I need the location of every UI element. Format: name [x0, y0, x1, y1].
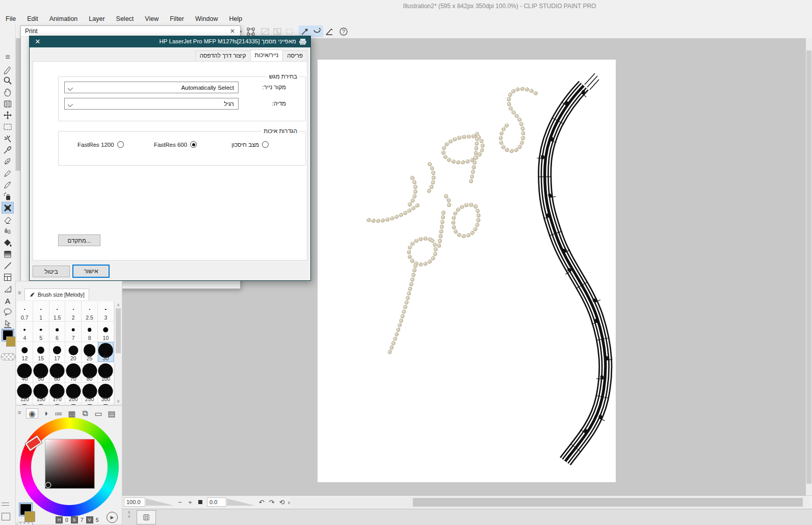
menu-select[interactable]: Select — [111, 14, 140, 24]
hand-tool[interactable] — [2, 86, 14, 98]
sv-cursor[interactable] — [45, 482, 51, 488]
radio-circle-icon[interactable] — [190, 141, 197, 148]
menu-window[interactable]: Window — [190, 14, 223, 24]
object-select-tool[interactable] — [2, 318, 14, 329]
brush-size-cell[interactable] — [33, 403, 49, 405]
rotate-right-icon[interactable]: ↷ — [267, 497, 276, 507]
horizontal-scrollbar-thumb[interactable] — [413, 498, 803, 507]
brush-tool[interactable] — [2, 179, 14, 191]
ok-button[interactable]: אישור — [72, 265, 110, 278]
brush-size-cell[interactable]: 1.5 — [49, 301, 66, 322]
brush-size-cell[interactable]: 0.7 — [17, 301, 33, 322]
paper-source-dropdown[interactable]: Automatically Select — [64, 82, 239, 93]
figure-tool[interactable] — [2, 260, 14, 272]
brush-size-cell[interactable] — [49, 403, 66, 405]
brush-size-cell[interactable]: 200 — [65, 383, 82, 403]
brush-size-cell[interactable]: 1 — [33, 301, 49, 322]
radio-circle-icon[interactable] — [117, 141, 124, 148]
pen-nib-tool[interactable] — [2, 156, 14, 168]
toolbar-menu-icon[interactable]: ≡ — [2, 51, 14, 63]
blend-tool[interactable] — [2, 225, 14, 237]
cancel-button[interactable]: ביטול — [33, 266, 70, 277]
brush-size-cell[interactable]: 300 — [98, 383, 114, 403]
color-approx-tab-icon[interactable]: ◑ — [39, 408, 51, 418]
brush-size-cell[interactable]: 100 — [98, 362, 114, 383]
brush-size-cell[interactable]: 15 — [33, 342, 49, 362]
snap-curve-icon[interactable] — [311, 25, 323, 37]
zoom-out-button[interactable]: − — [175, 497, 185, 507]
horizontal-scrollbar[interactable] — [291, 497, 809, 508]
panel-menu-icon[interactable]: ≡ — [18, 409, 24, 415]
move-tool[interactable] — [2, 110, 14, 121]
navigator-button[interactable] — [137, 510, 156, 524]
brush-size-cell[interactable] — [65, 403, 82, 405]
saturation-value-square[interactable] — [45, 439, 95, 489]
media-dropdown[interactable]: רגיל — [64, 98, 239, 110]
brush-size-cell[interactable]: 40 — [17, 362, 33, 383]
zoom-slider[interactable] — [146, 498, 174, 506]
navigator-tool[interactable] — [2, 98, 14, 110]
brush-size-cell[interactable]: 17 — [49, 342, 66, 362]
radio-option[interactable]: FastRes 600 — [138, 141, 213, 148]
balloon-tool[interactable] — [2, 306, 14, 318]
brush-size-tab[interactable]: Brush size [Melody] — [24, 288, 89, 300]
brush-size-cell[interactable]: 60 — [49, 362, 66, 383]
color-slider-tab-icon[interactable]: ≔ — [53, 408, 65, 418]
workspace-icon[interactable] — [2, 503, 9, 506]
menu-animation[interactable]: Animation — [44, 14, 84, 24]
pen-tool[interactable] — [2, 63, 14, 75]
auto-select-tool[interactable] — [2, 133, 14, 144]
brush-size-cell[interactable]: 6 — [49, 322, 66, 342]
brush-size-cell[interactable]: 5 — [33, 322, 49, 342]
brush-size-cell[interactable]: 80 — [82, 362, 98, 383]
background-color-swatch[interactable] — [6, 336, 16, 347]
transparent-color-swatch[interactable] — [17, 522, 33, 525]
brush-size-cell[interactable] — [82, 403, 98, 405]
menu-help[interactable]: Help — [223, 14, 248, 24]
menu-view[interactable]: View — [139, 14, 164, 24]
brush-size-cell[interactable]: 3 — [98, 301, 114, 322]
scroll-down-icon[interactable]: ∨ — [116, 399, 121, 404]
zoom-tool[interactable] — [2, 75, 14, 87]
eyedropper-tool[interactable] — [2, 144, 14, 156]
menu-file[interactable]: File — [0, 14, 21, 24]
print-window-titlebar[interactable]: Print ✕ — [21, 26, 240, 37]
color-play-icon[interactable]: ▶ — [107, 512, 118, 523]
brush-size-cell[interactable]: 70 — [65, 362, 82, 383]
decoration-tool[interactable] — [2, 202, 14, 214]
scroll-up-icon[interactable]: ∧ — [116, 302, 121, 307]
brush-size-cell[interactable]: 10 — [98, 322, 114, 342]
text-tool[interactable]: A — [2, 295, 14, 306]
color-set-tab-icon[interactable]: ▦ — [66, 408, 78, 418]
pencil-tool[interactable] — [2, 167, 14, 179]
menu-filter[interactable]: Filter — [164, 14, 190, 24]
brush-size-cell[interactable] — [98, 403, 114, 405]
brush-size-cell[interactable]: 20 — [65, 342, 82, 362]
help-icon[interactable]: ? — [337, 25, 350, 37]
brush-size-cell[interactable]: 170 — [49, 383, 66, 403]
brush-panel-scrollbar[interactable]: ∧ ∨ — [114, 301, 122, 405]
gradient-tool[interactable] — [2, 248, 14, 260]
zoom-value-field[interactable]: 100.0 — [124, 497, 145, 507]
airbrush-tool[interactable] — [2, 191, 14, 202]
brush-size-cell[interactable]: 250 — [82, 383, 98, 403]
brush-size-cell[interactable]: 2.5 — [82, 301, 98, 322]
dialog-titlebar[interactable]: ✕ מאפייני מסמך [214335]HP LaserJet Pro M… — [30, 36, 310, 47]
stepper-icons[interactable]: ∧∨ — [127, 510, 131, 518]
vertical-scrollbar-thumb[interactable] — [806, 50, 811, 484]
canvas-page[interactable] — [318, 60, 616, 482]
rotate-left-icon[interactable]: ↶ — [257, 497, 266, 507]
reset-rotation-icon[interactable]: ⟲ — [277, 497, 286, 507]
brush-size-cell[interactable]: 2 — [65, 301, 82, 322]
brush-size-cell[interactable]: 7 — [65, 322, 82, 342]
fit-to-screen-button[interactable] — [196, 497, 205, 507]
radio-option[interactable]: FastRes 1200 — [63, 141, 138, 148]
radio-circle-icon[interactable] — [262, 141, 269, 148]
scrollbar-thumb[interactable] — [116, 308, 121, 353]
snap-angle-icon[interactable] — [323, 25, 335, 37]
vertical-scrollbar[interactable] — [806, 38, 812, 495]
background-color-swatch[interactable] — [24, 511, 35, 522]
dialog-tab[interactable]: קיצור דרך להדפסה — [195, 50, 251, 62]
brush-size-cell[interactable]: 120 — [17, 383, 33, 403]
frame-tool[interactable] — [2, 272, 14, 283]
